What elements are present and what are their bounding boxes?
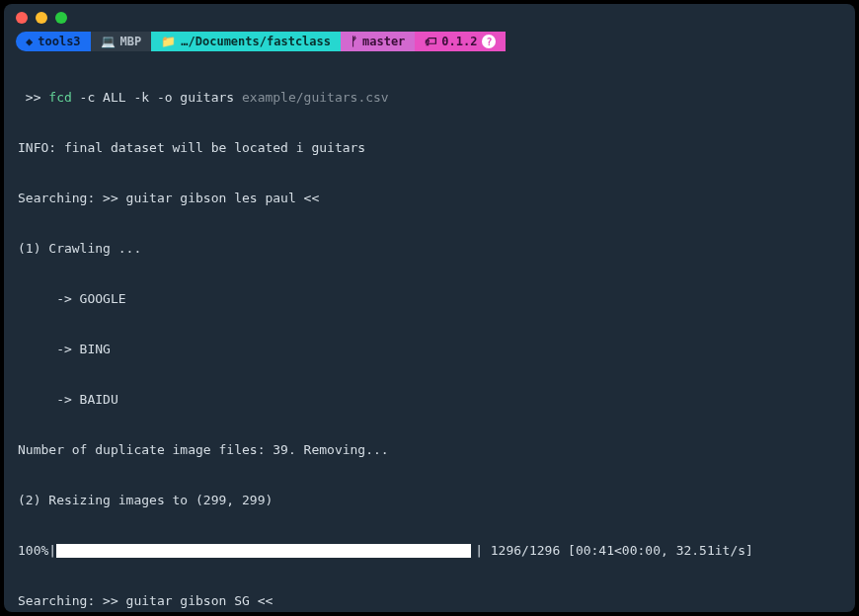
path-label: …/Documents/fastclass	[181, 35, 331, 48]
command-path: example/guitars.csv	[242, 90, 389, 105]
seg-path: 📁 …/Documents/fastclass	[151, 32, 341, 51]
prompt-line: >> fcd -c ALL -k -o guitars example/guit…	[18, 89, 841, 106]
titlebar	[4, 4, 855, 32]
tag-icon: 🏷	[425, 35, 436, 48]
diamond-icon: ◆	[26, 35, 33, 48]
output-line: INFO: final dataset will be located i gu…	[18, 139, 841, 156]
minimize-icon[interactable]	[36, 12, 47, 24]
output-line: -> GOOGLE	[18, 290, 841, 307]
laptop-icon: 💻	[101, 35, 116, 48]
command: fcd	[48, 90, 71, 105]
output-line: -> BING	[18, 341, 841, 357]
branch-icon: ᚠ	[351, 35, 357, 48]
prompt-symbol: >>	[18, 90, 48, 105]
close-icon[interactable]	[16, 12, 28, 24]
host-label: MBP	[120, 35, 142, 48]
maximize-icon[interactable]	[55, 12, 67, 24]
terminal-window: ◆ tools3 💻 MBP 📁 …/Documents/fastclass ᚠ…	[4, 4, 855, 612]
output-line: Number of duplicate image files: 39. Rem…	[18, 441, 841, 458]
terminal-output[interactable]: >> fcd -c ALL -k -o guitars example/guit…	[4, 55, 855, 612]
status-bar: ◆ tools3 💻 MBP 📁 …/Documents/fastclass ᚠ…	[16, 32, 843, 51]
branch-label: master	[362, 35, 405, 48]
folder-icon: 📁	[161, 35, 176, 48]
output-line: (1) Crawling ...	[18, 240, 841, 257]
progress-fill	[56, 544, 471, 558]
seg-host: 💻 MBP	[91, 32, 152, 51]
seg-tag: 🏷 0.1.2 ?	[415, 32, 506, 51]
tag-label: 0.1.2	[441, 35, 477, 48]
seg-env: ◆ tools3	[16, 32, 91, 51]
progress-bar: 100%|| 1296/1296 [00:41<00:00, 32.51it/s…	[18, 542, 841, 559]
progress-percent: 100%|	[18, 542, 56, 559]
output-line: -> BAIDU	[18, 391, 841, 408]
output-line: Searching: >> guitar gibson SG <<	[18, 592, 841, 609]
seg-branch: ᚠ master	[341, 32, 415, 51]
env-label: tools3	[38, 35, 80, 48]
question-icon: ?	[482, 35, 496, 48]
output-line: Searching: >> guitar gibson les paul <<	[18, 190, 841, 206]
progress-stats: | 1296/1296 [00:41<00:00, 32.51it/s]	[475, 542, 753, 559]
command-args: -c ALL -k -o guitars	[72, 90, 242, 105]
output-line: (2) Resizing images to (299, 299)	[18, 492, 841, 508]
